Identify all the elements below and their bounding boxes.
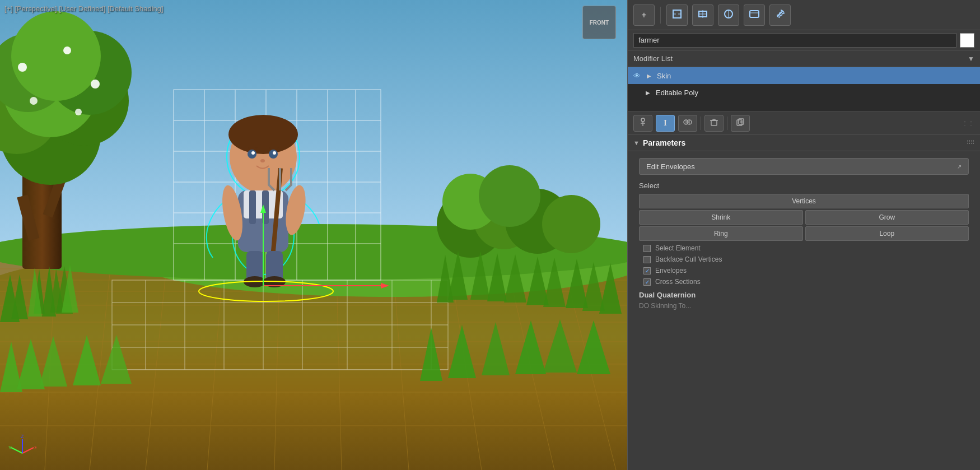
svg-point-39: [30, 97, 38, 105]
drag-handle: ⋮⋮: [962, 120, 974, 126]
eye-icon: 👁: [632, 71, 641, 80]
pin-icon: [638, 118, 647, 128]
params-content: Edit Envelopes ↗ Select Vertices Shrink …: [628, 151, 980, 316]
modifier-list-header[interactable]: Modifier List ▼: [628, 50, 980, 67]
nav-cube-label[interactable]: FRONT: [582, 6, 616, 39]
svg-point-142: [641, 118, 645, 122]
modifier-list-label: Modifier List: [633, 54, 968, 63]
mod-toolbar-sep-2: [727, 117, 727, 130]
name-row: [628, 30, 980, 50]
object-name-input[interactable]: [633, 33, 956, 48]
svg-point-80: [260, 159, 265, 162]
shading-button[interactable]: [744, 4, 765, 26]
section-grip: ⠿⠿: [967, 139, 974, 146]
do-skinning-label: DO Skinning To...: [628, 300, 980, 311]
arrow-right-icon: ▶: [645, 71, 654, 80]
cross-sections-checkbox[interactable]: ✓: [643, 278, 651, 286]
paste-icon: [736, 118, 745, 128]
arrow-right-icon-2: ▶: [643, 88, 652, 97]
ring-button[interactable]: Ring: [639, 226, 803, 241]
mirror-button[interactable]: [718, 4, 739, 26]
cross-sections-row: ✓ Cross Sections: [628, 276, 980, 287]
parameters-section-header[interactable]: ▼ Parameters ⠿⠿: [628, 134, 980, 151]
plus-icon: +: [641, 10, 646, 20]
dual-quaternion-label: Dual Quaternion: [628, 287, 980, 300]
envelopes-checkmark: ✓: [645, 268, 650, 274]
modifier-toolbar: I: [628, 112, 980, 134]
axis-indicator: X Y Z: [8, 434, 36, 462]
grow-button[interactable]: Grow: [805, 210, 969, 225]
svg-point-78: [251, 151, 255, 155]
select-element-label: Select Element: [655, 244, 701, 252]
copy-modifier-button[interactable]: [678, 115, 697, 132]
modifier-item-editable-poly[interactable]: ▶ Editable Poly: [628, 84, 980, 101]
backface-cull-label: Backface Cull Vertices: [655, 255, 722, 263]
envelopes-checkbox[interactable]: ✓: [643, 267, 651, 274]
copy-icon: [683, 118, 692, 128]
paste-modifier-button[interactable]: [731, 115, 750, 132]
edit-envelopes-label: Edit Envelopes: [646, 162, 695, 171]
mirror-icon: [724, 9, 734, 21]
transform-button[interactable]: [692, 4, 713, 26]
ring-loop-row: Ring Loop: [639, 226, 969, 241]
svg-rect-83: [249, 190, 256, 224]
scene-svg: [0, 0, 627, 470]
parameters-section[interactable]: ▼ Parameters ⠿⠿ Edit Envelopes ↗ Select …: [628, 134, 980, 470]
right-panel: +: [627, 0, 980, 470]
svg-point-46: [479, 165, 540, 227]
svg-point-44: [542, 195, 600, 253]
parameters-title: Parameters: [643, 138, 967, 147]
edit-envelopes-button[interactable]: Edit Envelopes ↗: [639, 158, 969, 175]
modifier-items-list: 👁 ▶ Skin ▶ Editable Poly: [628, 67, 980, 112]
backface-cull-checkbox[interactable]: [643, 256, 651, 263]
corner-arrow-icon: ↗: [957, 164, 962, 170]
backface-cull-row: Backface Cull Vertices: [628, 254, 980, 265]
svg-point-35: [11, 11, 101, 101]
top-toolbar: +: [628, 0, 980, 30]
rect-select-icon: [672, 9, 682, 21]
modifier-name-skin: Skin: [657, 72, 671, 80]
shading-icon: [749, 9, 759, 21]
vertices-row: Vertices: [639, 194, 969, 208]
svg-text:Y: Y: [8, 445, 12, 450]
svg-text:Z: Z: [21, 434, 24, 439]
modifier-item-skin[interactable]: 👁 ▶ Skin: [628, 67, 980, 84]
cursor-modifier-button[interactable]: I: [656, 115, 675, 132]
section-collapse-arrow: ▼: [633, 139, 640, 146]
svg-point-75: [228, 115, 298, 154]
wrench-icon: [775, 9, 785, 21]
svg-line-127: [11, 448, 22, 453]
rect-select-button[interactable]: [666, 4, 688, 26]
cursor-icon: I: [664, 119, 666, 128]
select-label: Select: [628, 179, 980, 192]
add-button[interactable]: +: [633, 4, 655, 26]
svg-rect-140: [750, 11, 759, 17]
svg-point-40: [75, 109, 82, 115]
svg-point-36: [18, 63, 27, 72]
svg-text:X: X: [34, 445, 36, 450]
delete-modifier-button[interactable]: [704, 115, 724, 132]
svg-rect-149: [711, 120, 717, 125]
viewport-nav-cube[interactable]: FRONT: [582, 6, 622, 45]
settings-button[interactable]: [769, 4, 791, 26]
mod-toolbar-sep-1: [701, 117, 701, 130]
shrink-button[interactable]: Shrink: [639, 210, 803, 225]
name-color-button[interactable]: [960, 33, 974, 48]
vertices-button[interactable]: Vertices: [639, 194, 969, 208]
envelopes-label: Envelopes: [655, 267, 687, 274]
transform-icon: [698, 9, 708, 21]
shrink-grow-row: Shrink Grow: [639, 210, 969, 225]
envelopes-row: ✓ Envelopes: [628, 265, 980, 276]
pin-modifier-button[interactable]: [633, 115, 652, 132]
select-element-checkbox[interactable]: [643, 245, 651, 252]
viewport[interactable]: [+] [Perspective] [User Defined] [Defaul…: [0, 0, 627, 470]
select-element-row: Select Element: [628, 243, 980, 254]
delete-icon: [710, 118, 718, 128]
svg-point-38: [91, 80, 100, 89]
loop-button[interactable]: Loop: [805, 226, 969, 241]
viewport-label: [+] [Perspective] [User Defined] [Defaul…: [4, 4, 164, 13]
cross-sections-checkmark: ✓: [645, 279, 650, 285]
cross-sections-label: Cross Sections: [655, 278, 701, 286]
svg-point-37: [63, 46, 71, 54]
svg-line-126: [22, 448, 34, 453]
